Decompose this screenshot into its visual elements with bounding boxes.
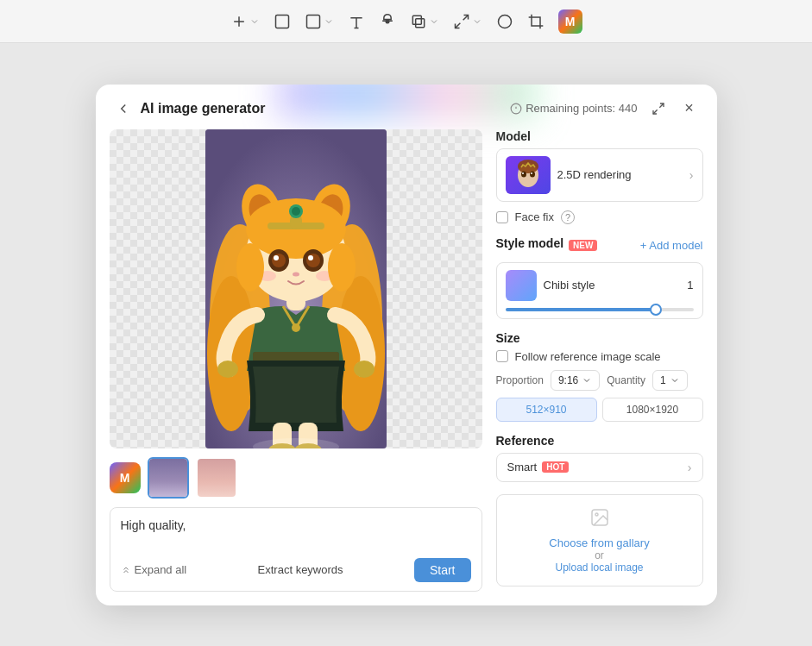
style-model-value: 1 (687, 279, 693, 292)
new-badge: NEW (569, 240, 597, 251)
quantity-dropdown[interactable]: 1 (652, 370, 688, 391)
svg-point-57 (522, 172, 524, 174)
text-tool-button[interactable] (348, 13, 365, 30)
chibi-illustration (205, 129, 387, 448)
model-section: Model (496, 129, 703, 202)
svg-rect-5 (412, 16, 421, 24)
style-model-section: Style model NEW + Add model Chibi style … (496, 236, 703, 319)
resize-tool-button[interactable] (453, 13, 482, 30)
crop-tool-button[interactable] (527, 13, 544, 30)
prompt-area: High quality, Expand all Extract keyword… (110, 507, 482, 592)
thumb-chibi-img (149, 459, 187, 497)
model-section-label: Model (496, 129, 703, 143)
svg-rect-3 (306, 15, 319, 28)
generated-image (205, 129, 387, 448)
thumbnail-1[interactable] (148, 457, 189, 499)
follow-ref-row: Follow reference image scale (496, 350, 703, 363)
style-model-thumbnail-image (506, 270, 537, 301)
follow-ref-label: Follow reference image scale (515, 350, 661, 363)
thumbnail-brand: M (110, 462, 141, 493)
svg-point-40 (328, 243, 356, 292)
svg-point-36 (293, 272, 299, 276)
extract-keywords-button[interactable]: Extract keywords (251, 560, 350, 580)
right-panel: Model (496, 129, 703, 592)
dialog-body: M High quality, (96, 129, 717, 605)
thumbnail-strip: M (110, 457, 482, 499)
resolution-512-button[interactable]: 512×910 (496, 398, 597, 422)
resolution-1080-button[interactable]: 1080×1920 (602, 398, 703, 422)
upload-local-button[interactable]: Upload local image (509, 561, 690, 574)
svg-line-13 (659, 103, 664, 108)
shape-tool-button[interactable] (305, 13, 334, 30)
proportion-dropdown[interactable]: 9:16 (551, 370, 600, 391)
svg-rect-2 (275, 15, 288, 28)
svg-point-46 (354, 361, 375, 378)
thumbnail-2[interactable] (196, 457, 237, 499)
upload-area: Choose from gallary or Upload local imag… (496, 494, 703, 586)
svg-point-54 (518, 160, 538, 173)
style-model-item-top: Chibi style 1 (506, 270, 694, 301)
size-section-label: Size (496, 331, 703, 345)
svg-point-58 (531, 172, 532, 174)
dialog-header-right: Remaining points: 440 × (510, 98, 699, 119)
model-chevron-icon: › (689, 168, 694, 182)
expand-all-button[interactable]: Expand all (121, 563, 187, 576)
left-panel: M High quality, (110, 129, 482, 592)
style-model-slider[interactable] (506, 308, 694, 311)
style-model-header: Style model NEW + Add model (496, 236, 703, 255)
follow-ref-checkbox[interactable] (496, 350, 508, 362)
style-model-item: Chibi style 1 (496, 262, 703, 319)
dialog-header: AI image generator Remaining points: 440… (96, 85, 717, 129)
proportion-row: Proportion 9:16 Quantity 1 (496, 370, 703, 391)
style-model-title-row: Style model NEW (496, 236, 598, 255)
ai-image-dialog: AI image generator Remaining points: 440… (96, 85, 717, 605)
expand-dialog-button[interactable] (648, 98, 669, 119)
close-dialog-button[interactable]: × (679, 98, 700, 119)
svg-line-14 (653, 110, 658, 114)
brand-logo: M (558, 9, 582, 34)
prompt-text[interactable]: High quality, (121, 517, 471, 551)
svg-point-29 (292, 207, 300, 216)
start-button[interactable]: Start (414, 558, 471, 582)
dialog-header-left: AI image generator (113, 98, 266, 119)
svg-point-55 (521, 171, 526, 177)
layers-tool-button[interactable] (410, 13, 439, 30)
resolution-row: 512×910 1080×1920 (496, 398, 703, 422)
prompt-actions: Expand all Extract keywords Start (121, 558, 471, 582)
svg-point-56 (530, 171, 535, 177)
back-button[interactable] (113, 98, 134, 119)
reference-section-label: Reference (496, 434, 703, 448)
remaining-points: Remaining points: 440 (510, 102, 637, 115)
svg-line-8 (455, 22, 460, 28)
face-fix-help-icon[interactable]: ? (561, 210, 575, 224)
frame-tool-button[interactable] (274, 13, 291, 30)
model-name: 2.5D rendering (557, 168, 683, 181)
face-fix-checkbox[interactable] (496, 211, 508, 223)
svg-point-45 (217, 361, 238, 378)
upload-gallery-button[interactable]: Choose from gallary (509, 536, 690, 549)
circle-tool-button[interactable] (496, 13, 513, 30)
face-fix-label: Face fix (515, 210, 555, 223)
svg-point-60 (595, 513, 598, 516)
svg-point-9 (498, 15, 511, 28)
smart-label: Smart HOT (507, 461, 570, 474)
reference-section: Reference Smart HOT › (496, 434, 703, 482)
add-model-button[interactable]: + Add model (640, 239, 703, 252)
toolbar: M (0, 0, 812, 43)
svg-point-32 (272, 254, 286, 267)
style-model-thumbnail (506, 270, 537, 301)
svg-point-33 (306, 254, 320, 267)
add-tool-button[interactable] (230, 13, 260, 30)
svg-point-39 (236, 243, 264, 292)
main-area: AI image generator Remaining points: 440… (0, 43, 812, 646)
hot-badge: HOT (542, 461, 569, 473)
face-fix-row: Face fix ? (496, 210, 703, 224)
style-model-slider-thumb[interactable] (650, 304, 662, 316)
svg-line-7 (463, 15, 468, 20)
upload-or-text: or (509, 549, 690, 561)
anchor-tool-button[interactable] (379, 13, 396, 30)
smart-reference-row[interactable]: Smart HOT › (496, 453, 703, 482)
dialog-title: AI image generator (141, 101, 266, 116)
model-selector[interactable]: 2.5D rendering › (496, 148, 703, 202)
quantity-label: Quantity (607, 374, 645, 386)
